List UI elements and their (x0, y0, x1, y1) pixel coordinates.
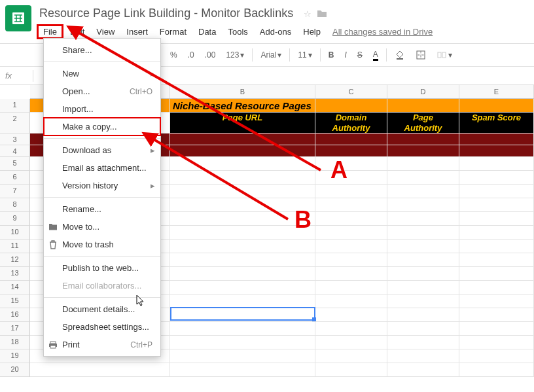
row-header[interactable]: 18 (0, 336, 30, 349)
number-format[interactable]: 123 ▾ (223, 49, 247, 61)
cell[interactable] (315, 185, 387, 198)
row-header[interactable]: 8 (0, 198, 30, 212)
cell[interactable] (315, 294, 387, 308)
cell[interactable] (459, 171, 534, 185)
row-header[interactable]: 14 (0, 281, 30, 294)
row-header[interactable]: 9 (0, 212, 30, 226)
cell[interactable] (459, 99, 534, 113)
menu-spreadsheet-settings[interactable]: Spreadsheet settings... (44, 318, 160, 336)
row-header[interactable]: 16 (0, 308, 30, 322)
menu-document-details[interactable]: Document details... (44, 300, 160, 318)
cell[interactable] (315, 363, 387, 377)
menu-data[interactable]: Data (193, 24, 221, 39)
cell[interactable] (387, 226, 459, 240)
menu-publish[interactable]: Publish to the web... (44, 259, 160, 277)
cell[interactable] (387, 145, 459, 157)
cell[interactable] (459, 134, 534, 145)
cell[interactable] (315, 157, 387, 171)
menu-share[interactable]: Share... (44, 41, 160, 59)
cell[interactable] (387, 198, 459, 212)
italic-button[interactable]: I (342, 49, 349, 61)
cell[interactable] (170, 322, 315, 336)
cell[interactable] (387, 294, 459, 308)
cell[interactable]: PageAuthority (387, 113, 459, 134)
cell[interactable] (315, 349, 387, 363)
menu-insert[interactable]: Insert (121, 24, 153, 39)
menu-email-attachment[interactable]: Email as attachment... (44, 159, 160, 177)
menu-new[interactable]: New▸ (44, 65, 160, 82)
cell[interactable] (170, 157, 315, 171)
star-icon[interactable]: ☆ (304, 9, 312, 20)
font-size[interactable]: 11 ▾ (295, 49, 314, 61)
cell[interactable] (170, 349, 315, 363)
cell[interactable] (315, 171, 387, 185)
cell[interactable] (170, 267, 315, 281)
menu-tools[interactable]: Tools (222, 24, 253, 39)
menu-version-history[interactable]: Version history▸ (44, 177, 160, 194)
menu-move-to[interactable]: Move to... (44, 218, 160, 236)
cell[interactable] (315, 281, 387, 294)
cell[interactable] (315, 240, 387, 253)
cell[interactable] (459, 185, 534, 198)
folder-icon[interactable] (317, 9, 327, 20)
cell[interactable] (315, 198, 387, 212)
menu-addons[interactable]: Add-ons (255, 24, 296, 39)
strike-button[interactable]: S (355, 49, 365, 61)
row-header[interactable]: 7 (0, 185, 30, 198)
bold-button[interactable]: B (326, 49, 337, 61)
cell[interactable] (170, 363, 315, 377)
cell[interactable] (387, 253, 459, 267)
cell[interactable] (459, 145, 534, 157)
cell[interactable]: DomainAuthority (315, 113, 387, 134)
cell[interactable] (459, 349, 534, 363)
sheets-logo[interactable] (5, 5, 31, 31)
cell[interactable] (315, 134, 387, 145)
cell[interactable] (459, 363, 534, 377)
cell[interactable] (315, 226, 387, 240)
fill-color-button[interactable] (392, 48, 408, 62)
row-header[interactable]: 1 (0, 99, 30, 113)
cell[interactable] (170, 336, 315, 349)
save-status[interactable]: All changes saved in Drive (332, 24, 433, 39)
cell[interactable] (315, 253, 387, 267)
cell[interactable] (387, 281, 459, 294)
cell[interactable] (459, 198, 534, 212)
row-header[interactable]: 13 (0, 267, 30, 281)
row-header[interactable]: 2 (0, 113, 30, 134)
menu-move-to-trash[interactable]: Move to trash (44, 236, 160, 253)
menu-open[interactable]: Open...Ctrl+O (44, 82, 160, 100)
cell[interactable] (315, 308, 387, 322)
document-title[interactable]: Resource Page Link Building - Monitor Ba… (37, 5, 296, 22)
cell[interactable] (170, 171, 315, 185)
cell[interactable] (315, 145, 387, 157)
cell[interactable] (387, 212, 459, 226)
cell[interactable] (170, 198, 315, 212)
row-header[interactable]: 19 (0, 349, 30, 363)
cell[interactable] (387, 240, 459, 253)
cell[interactable] (459, 336, 534, 349)
cell[interactable]: Spam Score (459, 113, 534, 134)
menu-download[interactable]: Download as▸ (44, 141, 160, 159)
col-header-c[interactable]: C (315, 85, 387, 98)
row-header[interactable]: 4 (0, 145, 30, 157)
cell[interactable] (387, 363, 459, 377)
cell[interactable] (170, 308, 315, 322)
cell[interactable] (459, 226, 534, 240)
increase-decimal[interactable]: .00 (202, 49, 219, 61)
cell[interactable] (170, 226, 315, 240)
row-header[interactable]: 15 (0, 294, 30, 308)
cell[interactable] (387, 171, 459, 185)
cell[interactable] (170, 294, 315, 308)
cell[interactable] (459, 212, 534, 226)
borders-button[interactable] (413, 48, 429, 62)
menu-print[interactable]: PrintCtrl+P (44, 336, 160, 353)
cell[interactable] (459, 267, 534, 281)
cell[interactable]: Page URL (170, 113, 315, 134)
cell[interactable] (459, 322, 534, 336)
menu-edit[interactable]: Edit (65, 24, 90, 39)
menu-help[interactable]: Help (298, 24, 326, 39)
cell[interactable] (387, 308, 459, 322)
cell[interactable] (315, 212, 387, 226)
font-select[interactable]: Arial ▾ (258, 49, 284, 61)
row-header[interactable]: 12 (0, 253, 30, 267)
